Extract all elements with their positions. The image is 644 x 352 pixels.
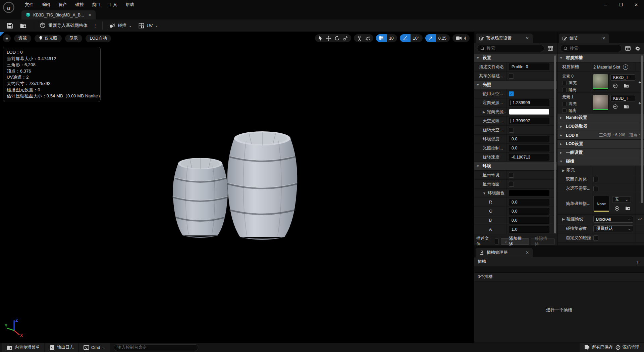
material-asset-name[interactable]: KB3D_T	[610, 95, 635, 101]
scale-snap-value[interactable]: 0.25	[436, 34, 450, 42]
checkbox[interactable]	[593, 186, 598, 191]
collision-menu-button[interactable]: 碰撞 ⌄	[105, 20, 135, 31]
property-text-input[interactable]: 1.239999	[509, 99, 549, 106]
checkbox[interactable]	[593, 235, 598, 240]
scale-snap-toggle[interactable]	[425, 34, 436, 42]
material-asset-name[interactable]: KB3D_T	[610, 74, 635, 81]
browse-to-asset-icon[interactable]	[623, 82, 630, 89]
asset-tab[interactable]: KB3D_TIS_BldgMD_A_B... ✕	[21, 10, 96, 19]
property-text-input[interactable]: Profile_0	[509, 63, 549, 70]
section-header[interactable]: ▸LOD选取器	[557, 122, 644, 131]
browse-to-asset-icon[interactable]	[623, 103, 630, 110]
property-text-input[interactable]: 1.0	[509, 226, 549, 233]
chevron-right-icon[interactable]: ▶	[483, 110, 485, 114]
tab-close-icon[interactable]: ✕	[602, 36, 605, 41]
preview-panel-scrollbar[interactable]	[554, 55, 556, 233]
material-thumbnail[interactable]	[593, 74, 608, 90]
settings-gear-icon[interactable]	[634, 45, 641, 52]
rotation-snap-value[interactable]: 10°	[411, 34, 423, 42]
checkbox[interactable]	[509, 74, 514, 79]
search-input[interactable]: 搜索	[477, 45, 544, 52]
checkbox[interactable]: ✓	[509, 91, 514, 96]
menu-item-窗口[interactable]: 窗口	[88, 0, 105, 9]
menu-item-资产[interactable]: 资产	[54, 0, 71, 9]
property-text-input[interactable]: 0.0	[509, 217, 549, 224]
remove-profile-button[interactable]: 移除描述	[531, 238, 555, 245]
view-mode-button[interactable]: 仅光照	[35, 35, 62, 42]
property-text-input[interactable]: -0.180713	[509, 154, 549, 161]
tab-close-icon[interactable]: ✕	[526, 250, 529, 255]
socket-manager-tab[interactable]: 插槽管理器 ✕	[476, 248, 533, 257]
profile-selector[interactable]	[495, 238, 499, 245]
use-selected-asset-icon[interactable]	[613, 205, 621, 212]
all-saved-button[interactable]: 所有已保存	[584, 345, 613, 350]
show-menu-button[interactable]: 显示	[65, 35, 82, 42]
add-profile-button[interactable]: ⌄添加描述	[501, 238, 529, 245]
console-command-input[interactable]: 输入控制台命令	[114, 344, 198, 351]
uv-menu-button[interactable]: UV ⌄	[135, 20, 161, 31]
material-thumbnail[interactable]	[593, 95, 608, 111]
menu-item-帮助[interactable]: 帮助	[121, 0, 138, 9]
use-selected-asset-icon[interactable]	[611, 82, 619, 89]
rotation-snap-toggle[interactable]	[400, 34, 411, 42]
browse-to-asset-icon[interactable]	[624, 205, 632, 212]
reimport-options-button[interactable]: ⋮	[91, 23, 100, 28]
view-options-icon[interactable]	[547, 45, 554, 52]
output-log-button[interactable]: 输出日志	[45, 343, 78, 352]
section-header[interactable]: ▾环境	[474, 162, 557, 171]
section-header[interactable]: ▸LOD 0三角形：6,208 顶点：	[557, 131, 644, 140]
isolate-checkbox[interactable]	[562, 88, 567, 92]
menu-item-碰撞[interactable]: 碰撞	[71, 0, 88, 9]
section-header[interactable]: ▾碰撞	[557, 157, 644, 166]
highlight-checkbox[interactable]	[562, 81, 567, 85]
minimize-button[interactable]: ─	[598, 0, 613, 9]
viewport-options-button[interactable]: ≡	[3, 34, 11, 42]
checkbox[interactable]	[593, 177, 598, 182]
view-options-icon[interactable]	[624, 45, 632, 52]
move-tool-icon[interactable]	[325, 34, 333, 42]
property-text-input[interactable]: 1.799997	[509, 118, 549, 124]
close-button[interactable]: ✕	[629, 0, 644, 9]
camera-speed-button[interactable]: 4	[452, 34, 470, 42]
property-text-input[interactable]: 0.0	[509, 208, 549, 215]
browse-to-asset-button[interactable]	[16, 20, 30, 31]
cmd-console-button[interactable]: Cmd ⌄	[79, 343, 110, 352]
section-header[interactable]: ▸Nanite设置	[557, 114, 644, 122]
restore-button[interactable]: ❐	[613, 0, 629, 9]
preview-scene-settings-tab[interactable]: 预览场景设置 ✕	[476, 34, 533, 43]
menu-item-编辑[interactable]: 编辑	[38, 0, 54, 9]
reimport-base-mesh-button[interactable]: 重新导入基础网格体	[36, 20, 91, 31]
property-text-input[interactable]: 0.0	[509, 145, 549, 151]
chevron-down-icon[interactable]: ▼	[483, 191, 486, 195]
section-header[interactable]: ▸LOD设置	[557, 140, 644, 148]
reset-to-default-button[interactable]: ↩	[636, 215, 644, 224]
tab-close-icon[interactable]: ✕	[526, 36, 529, 41]
lod-auto-button[interactable]: LOD自动	[86, 35, 111, 42]
section-header[interactable]: ▾设置	[474, 54, 557, 62]
grid-snap-value[interactable]: 10	[387, 34, 397, 42]
asset-thumbnail[interactable]: None	[593, 196, 609, 212]
save-button[interactable]	[3, 20, 16, 31]
asset-class-dropdown[interactable]: 无⌄	[612, 196, 631, 203]
chevron-right-icon[interactable]: ▶	[562, 217, 565, 221]
grid-snap-toggle[interactable]	[376, 34, 387, 42]
chevron-right-icon[interactable]: ▶	[562, 169, 565, 172]
use-selected-asset-icon[interactable]	[611, 103, 619, 110]
scale-tool-icon[interactable]	[341, 34, 350, 42]
coordinate-space-icon[interactable]	[355, 34, 364, 42]
3d-viewport[interactable]: ≡ 透视 仅光照 显示 LOD自动 LOD：0当前屏幕大小：0.474912三角…	[0, 32, 474, 343]
color-swatch[interactable]	[509, 109, 549, 115]
perspective-button[interactable]: 透视	[14, 35, 31, 42]
section-header[interactable]: ▾光照	[474, 81, 557, 89]
add-material-slot-button[interactable]: +	[623, 64, 628, 70]
checkbox[interactable]	[509, 173, 514, 178]
section-header[interactable]: ▾材质插槽	[557, 54, 644, 62]
property-text-input[interactable]: 0.0	[509, 199, 549, 206]
details-tab[interactable]: 细节 ✕	[559, 34, 609, 43]
select-tool-icon[interactable]	[316, 34, 325, 42]
color-swatch[interactable]	[509, 190, 549, 196]
search-input[interactable]: 搜索	[560, 45, 622, 52]
property-text-input[interactable]: 0.0	[509, 136, 549, 142]
add-socket-button[interactable]: ＋	[635, 258, 641, 266]
menu-item-文件[interactable]: 文件	[21, 0, 38, 9]
